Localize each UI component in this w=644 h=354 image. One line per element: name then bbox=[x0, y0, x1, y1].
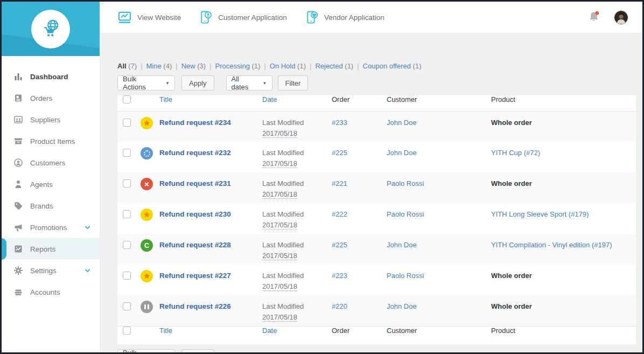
product-link[interactable]: YITH Long Sleeve Sport (#179) bbox=[491, 210, 589, 218]
notifications-bell-icon[interactable] bbox=[587, 10, 601, 24]
vendor-app-icon bbox=[304, 10, 319, 25]
sidebar-item-product-items[interactable]: Product Items bbox=[2, 130, 100, 152]
sidebar-item-accounts[interactable]: Accounts bbox=[2, 281, 100, 303]
filter-rejected[interactable]: Rejected (1) bbox=[315, 62, 353, 70]
chevron-down-icon[interactable] bbox=[84, 267, 91, 274]
chevron-down-icon[interactable] bbox=[84, 224, 91, 231]
sidebar-item-label: Suppliers bbox=[30, 116, 60, 124]
sidebar-item-reports[interactable]: Reports bbox=[2, 238, 100, 260]
filter-on-hold[interactable]: On Hold (1) bbox=[270, 62, 306, 70]
sidebar-item-orders[interactable]: Orders bbox=[2, 87, 100, 109]
user-avatar[interactable] bbox=[614, 10, 628, 25]
table-row: Refund request #226Last Modified2017/05/… bbox=[117, 295, 636, 326]
date-value: 2017/05/18 bbox=[262, 313, 297, 322]
sidebar-item-brands[interactable]: Brands bbox=[2, 195, 100, 217]
filter-processing[interactable]: Processing (1) bbox=[215, 62, 261, 70]
date-value: 2017/05/18 bbox=[262, 282, 297, 291]
order-link[interactable]: #225 bbox=[332, 241, 347, 249]
filter-separator: | bbox=[141, 62, 142, 70]
table-body: Refund request #234Last Modified2017/05/… bbox=[117, 111, 636, 326]
refund-title-link[interactable]: Refund request #228 bbox=[159, 241, 231, 249]
customer-link[interactable]: John Doe bbox=[387, 302, 417, 310]
app-window: DashboardOrdersSuppliersProduct ItemsCus… bbox=[0, 0, 644, 354]
row-checkbox[interactable] bbox=[123, 210, 131, 218]
sidebar-item-dashboard[interactable]: Dashboard bbox=[2, 66, 100, 87]
topbar-link-label: Customer Application bbox=[218, 13, 287, 22]
filter-all[interactable]: All (7) bbox=[117, 62, 137, 70]
filter-separator: | bbox=[264, 62, 265, 70]
dates-filter-value: All dates bbox=[232, 75, 256, 91]
table-header: TitleDateOrderCustomerProduct bbox=[117, 95, 636, 111]
sidebar-item-promotions[interactable]: Promotions bbox=[2, 217, 100, 238]
customer-link[interactable]: Paolo Rossi bbox=[387, 179, 424, 188]
order-link[interactable]: #233 bbox=[332, 119, 347, 127]
sidebar-menu: DashboardOrdersSuppliersProduct ItemsCus… bbox=[2, 56, 100, 303]
date-value: 2017/05/18 bbox=[262, 129, 297, 138]
filter-separator: | bbox=[310, 62, 311, 70]
star-icon bbox=[141, 117, 153, 129]
filter-coupon-offered[interactable]: Coupon offered (1) bbox=[363, 62, 422, 70]
customer-app-icon bbox=[198, 10, 213, 25]
product-link[interactable]: YITH Cup (#72) bbox=[491, 149, 540, 157]
brands-icon bbox=[13, 201, 23, 211]
reports-icon bbox=[13, 244, 23, 254]
apply-button[interactable]: Apply bbox=[181, 75, 214, 91]
filter-new[interactable]: New (3) bbox=[181, 62, 206, 70]
customer-link[interactable]: Paolo Rossi bbox=[387, 272, 424, 280]
star-icon bbox=[141, 270, 153, 282]
topbar-link-label: View Website bbox=[137, 13, 181, 22]
date-label: Last Modified bbox=[262, 119, 332, 127]
row-checkbox[interactable] bbox=[123, 149, 131, 157]
select-arrow-icon: ▼ bbox=[263, 81, 267, 86]
sidebar-item-agents[interactable]: Agents bbox=[2, 173, 100, 195]
agents-icon bbox=[13, 179, 23, 189]
refund-title-link[interactable]: Refund request #226 bbox=[159, 302, 231, 310]
bulk-actions-select[interactable]: Bulk Actions ▼ bbox=[117, 75, 175, 91]
product-link[interactable]: YITH Compilation - Vinyl edition (#197) bbox=[491, 241, 612, 249]
refund-title-link[interactable]: Refund request #234 bbox=[159, 119, 231, 127]
customers-icon bbox=[13, 158, 23, 168]
customer-link[interactable]: Paolo Rossi bbox=[387, 210, 424, 218]
topbar-link-customer-application[interactable]: Customer Application bbox=[198, 10, 287, 25]
customer-link[interactable]: John Doe bbox=[387, 241, 417, 249]
refund-title-link[interactable]: Refund request #232 bbox=[159, 149, 231, 157]
promotions-icon bbox=[13, 223, 23, 232]
row-checkbox[interactable] bbox=[123, 119, 131, 127]
refund-title-link[interactable]: Refund request #231 bbox=[159, 179, 231, 188]
row-checkbox[interactable] bbox=[123, 302, 131, 310]
order-link[interactable]: #225 bbox=[332, 149, 347, 157]
refund-title-link[interactable]: Refund request #227 bbox=[159, 272, 231, 280]
row-checkbox[interactable] bbox=[123, 179, 131, 188]
sidebar-item-settings[interactable]: Settings bbox=[2, 260, 100, 281]
select-all-checkbox[interactable] bbox=[123, 327, 131, 335]
order-link[interactable]: #222 bbox=[332, 210, 347, 218]
select-all-checkbox[interactable] bbox=[123, 95, 131, 103]
refund-title-link[interactable]: Refund request #230 bbox=[159, 210, 231, 218]
topbar-link-view-website[interactable]: View Website bbox=[117, 10, 181, 25]
dates-filter-select[interactable]: All dates ▼ bbox=[226, 75, 272, 91]
customer-link[interactable]: John Doe bbox=[387, 149, 417, 157]
app-logo[interactable] bbox=[2, 2, 100, 56]
topbar-link-vendor-application[interactable]: Vendor Application bbox=[304, 10, 384, 25]
row-checkbox[interactable] bbox=[123, 272, 131, 280]
filter-mine[interactable]: Mine (4) bbox=[146, 62, 172, 70]
order-link[interactable]: #221 bbox=[332, 179, 347, 188]
column-header-customer: Customer bbox=[387, 95, 491, 111]
sidebar-item-suppliers[interactable]: Suppliers bbox=[2, 109, 100, 130]
bulk-actions-select-bottom[interactable]: Bulk Actions ▼ bbox=[117, 349, 175, 354]
coupon-c-icon: C bbox=[141, 239, 153, 252]
bulk-actions-value: Bulk Actions bbox=[123, 75, 159, 91]
order-link[interactable]: #220 bbox=[332, 302, 347, 310]
sidebar-item-label: Product Items bbox=[30, 137, 75, 145]
date-label: Last Modified bbox=[262, 210, 332, 218]
sidebar-item-customers[interactable]: Customers bbox=[2, 152, 100, 173]
status-icon-column bbox=[137, 326, 159, 344]
sidebar-item-label: Accounts bbox=[30, 288, 60, 296]
apply-button-bottom[interactable]: Apply bbox=[181, 349, 214, 354]
order-link[interactable]: #223 bbox=[332, 272, 347, 280]
customer-link[interactable]: John Doe bbox=[387, 119, 417, 127]
row-checkbox[interactable] bbox=[123, 241, 131, 249]
filter-separator: | bbox=[357, 62, 359, 70]
table-row: Refund request #234Last Modified2017/05/… bbox=[117, 111, 636, 142]
filter-button[interactable]: Filter bbox=[278, 75, 309, 91]
